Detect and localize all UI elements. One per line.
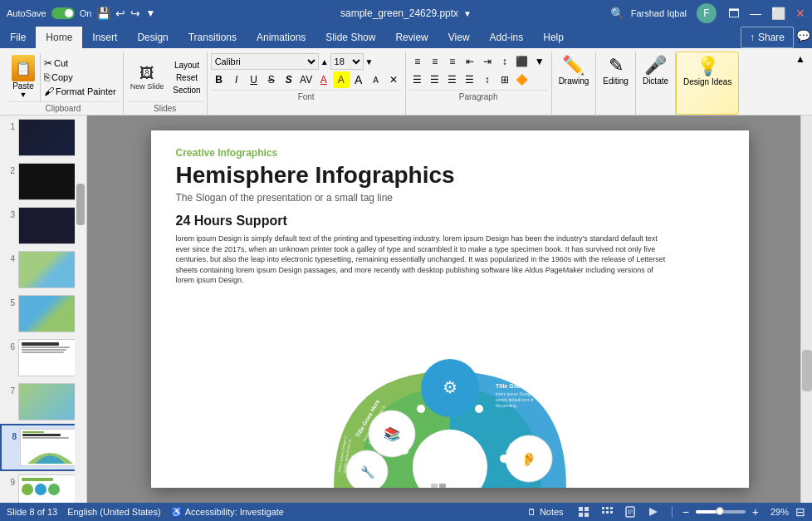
- paste-button[interactable]: 📋 Paste ▼: [7, 53, 41, 101]
- font-size-increase[interactable]: ▲: [320, 57, 329, 66]
- designer-group[interactable]: 💡 Design Ideas: [676, 52, 739, 115]
- slide-info: Slide 8 of 13: [7, 507, 57, 517]
- tab-home[interactable]: Home: [36, 27, 82, 48]
- svg-text:📚: 📚: [384, 426, 400, 442]
- numbering-button[interactable]: ≡: [427, 53, 443, 70]
- file-name-dropdown[interactable]: ▼: [463, 9, 472, 18]
- bold-button[interactable]: B: [211, 71, 227, 88]
- slide-thumb-6[interactable]: 6: [0, 336, 86, 380]
- close-btn[interactable]: ✕: [795, 7, 805, 20]
- accessibility-check[interactable]: ♿ Accessibility: Investigate: [171, 507, 284, 518]
- align-center-button[interactable]: ☰: [427, 71, 443, 88]
- font-name-select[interactable]: Calibri: [211, 53, 319, 70]
- restore-btn[interactable]: ⬜: [771, 7, 785, 20]
- status-right: 🗒 Notes − + 29% ⊟: [522, 505, 805, 519]
- reset-button[interactable]: Reset: [170, 72, 203, 83]
- share-button[interactable]: ↑ Share: [741, 27, 794, 48]
- canvas-scrollbar[interactable]: [800, 116, 812, 503]
- cut-button[interactable]: ✂ Cut: [44, 57, 116, 69]
- underline-button[interactable]: U: [246, 71, 262, 88]
- notes-button[interactable]: 🗒 Notes: [522, 505, 569, 519]
- font-size-select[interactable]: 18: [330, 53, 364, 70]
- collapse-ribbon-button[interactable]: ▲: [792, 52, 809, 115]
- tab-view[interactable]: View: [438, 27, 480, 48]
- highlight-color-button[interactable]: A: [333, 71, 350, 88]
- justify-button[interactable]: ☰: [462, 71, 478, 88]
- tab-review[interactable]: Review: [385, 27, 438, 48]
- tab-slideshow[interactable]: Slide Show: [316, 27, 385, 48]
- slide-thumb-9[interactable]: 9: [0, 471, 86, 503]
- new-slide-button[interactable]: 🖼 New Slide: [127, 63, 168, 92]
- decrease-indent-button[interactable]: ⇤: [462, 53, 478, 70]
- svg-rect-39: [606, 511, 609, 514]
- multilevel-button[interactable]: ≡: [444, 53, 461, 70]
- text-direction-button[interactable]: ↕: [479, 71, 496, 88]
- tab-help[interactable]: Help: [533, 27, 574, 48]
- font-size-decrease[interactable]: ▼: [365, 57, 374, 66]
- slide-sorter-button[interactable]: [599, 505, 615, 519]
- zoom-slider[interactable]: [696, 510, 746, 514]
- format-painter-button[interactable]: 🖌 Format Painter: [44, 86, 116, 97]
- copy-button[interactable]: ⎘ Copy: [44, 71, 116, 83]
- bullets-button[interactable]: ≡: [409, 53, 426, 70]
- align-right-button[interactable]: ☰: [444, 71, 461, 88]
- slide-panel-scrollbar[interactable]: [75, 116, 86, 503]
- shadow-button[interactable]: S: [281, 71, 297, 88]
- zoom-out-button[interactable]: −: [682, 505, 689, 519]
- slide-thumb-1[interactable]: 1: [0, 116, 86, 160]
- slideshow-button[interactable]: [645, 505, 662, 519]
- svg-text:🔧: 🔧: [360, 465, 374, 479]
- comments-button[interactable]: 💬: [794, 27, 812, 45]
- tab-addins[interactable]: Add-ins: [480, 27, 534, 48]
- decrease-font-button[interactable]: A: [368, 71, 384, 88]
- para-dropdown[interactable]: ▼: [531, 53, 548, 70]
- layout-button[interactable]: Layout: [170, 60, 203, 71]
- tab-insert[interactable]: Insert: [82, 27, 127, 48]
- undo-icon[interactable]: ↩: [115, 7, 125, 20]
- tab-design[interactable]: Design: [127, 27, 178, 48]
- dictate-group[interactable]: 🎤 Dictate: [636, 52, 676, 115]
- strikethrough-button[interactable]: S: [263, 71, 280, 88]
- clear-formatting-button[interactable]: ✕: [385, 71, 402, 88]
- svg-rect-32: [585, 507, 589, 511]
- char-spacing-button[interactable]: AV: [298, 71, 315, 88]
- slide-thumb-2[interactable]: 2: [0, 160, 86, 204]
- slide-thumb-5[interactable]: 5: [0, 292, 86, 336]
- slide-thumb-4[interactable]: 4: [0, 248, 86, 292]
- slide-preview-9: [18, 474, 78, 503]
- canvas-scrollbar-thumb[interactable]: [802, 350, 812, 391]
- save-icon[interactable]: 💾: [96, 7, 110, 20]
- paste-dropdown[interactable]: ▼: [20, 91, 27, 99]
- line-spacing-button[interactable]: ↕: [496, 53, 513, 70]
- search-icon[interactable]: 🔍: [610, 7, 624, 20]
- increase-font-button[interactable]: A: [350, 71, 367, 88]
- drawing-group[interactable]: ✏️ Drawing: [552, 52, 597, 115]
- autosave-toggle[interactable]: [51, 7, 75, 19]
- normal-view-button[interactable]: [575, 505, 592, 519]
- slide-panel-scrollbar-thumb[interactable]: [76, 184, 85, 225]
- tab-file[interactable]: File: [0, 27, 36, 48]
- zoom-fit-button[interactable]: ⊟: [795, 505, 805, 519]
- slide-thumb-7[interactable]: 7: [0, 380, 86, 424]
- convert-smartart-button[interactable]: 🔶: [514, 71, 531, 88]
- svg-rect-29: [431, 484, 438, 488]
- zoom-in-button[interactable]: +: [752, 505, 759, 519]
- language-indicator[interactable]: English (United States): [67, 507, 161, 517]
- italic-button[interactable]: I: [228, 71, 245, 88]
- columns-button[interactable]: ⬛: [514, 53, 531, 70]
- font-color-button[interactable]: A: [316, 71, 332, 88]
- align-text-button[interactable]: ⊞: [496, 71, 513, 88]
- slide-thumb-8[interactable]: 8: [0, 424, 86, 471]
- increase-indent-button[interactable]: ⇥: [479, 53, 496, 70]
- tab-transitions[interactable]: Transitions: [179, 27, 247, 48]
- minimize-btn[interactable]: —: [750, 7, 761, 20]
- reading-view-button[interactable]: [622, 505, 638, 519]
- editing-group[interactable]: ✎ Editing: [596, 52, 636, 115]
- customize-icon[interactable]: ▼: [145, 7, 155, 19]
- redo-icon[interactable]: ↪: [130, 7, 140, 20]
- section-button[interactable]: Section: [170, 85, 203, 96]
- slide-thumb-3[interactable]: 3: [0, 204, 86, 248]
- align-left-button[interactable]: ☰: [409, 71, 426, 88]
- ribbon-display-btn[interactable]: 🗖: [728, 7, 740, 20]
- tab-animations[interactable]: Animations: [247, 27, 316, 48]
